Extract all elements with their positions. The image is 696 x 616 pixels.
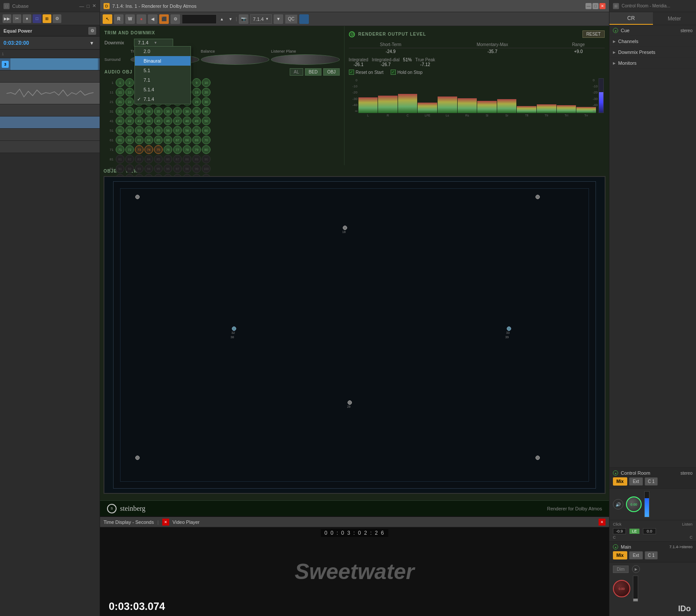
obj-circle-37[interactable]: 37 (173, 107, 182, 116)
dropdown-item-20[interactable]: 2.0 (135, 47, 191, 56)
obj-circle-81[interactable]: 81 (116, 155, 124, 163)
ov-obj-29[interactable]: 29 (348, 400, 352, 405)
main-volume-slider[interactable] (644, 491, 649, 517)
video-close-btn[interactable]: ✕ (162, 519, 169, 526)
obj-circle-73[interactable]: 73 (135, 145, 144, 154)
downmix-dropdown[interactable]: 7.1.4 ▼ 2.0 Binaural (134, 39, 173, 47)
ov-obj-33[interactable]: 33 39 (507, 326, 511, 331)
dropdown-item-71[interactable]: 7.1 (135, 75, 191, 85)
play-icon-btn[interactable]: ▶ (632, 565, 640, 573)
obj-circle-48[interactable]: 48 (183, 117, 191, 125)
obj-circle-97[interactable]: 97 (173, 164, 182, 173)
obj-circle-70[interactable]: 70 (202, 136, 211, 144)
obj-circle-60[interactable]: 60 (202, 126, 211, 135)
transport-rec[interactable]: □ (33, 14, 41, 23)
obj-circle-77[interactable]: 77 (173, 145, 182, 154)
obj-circle-57[interactable]: 57 (173, 126, 182, 135)
ov-obj-top-left[interactable] (135, 195, 140, 199)
obj-circle-63[interactable]: 63 (135, 136, 144, 144)
channels-section-header[interactable]: ▶ Channels (613, 39, 693, 44)
tb-blue[interactable] (299, 14, 309, 24)
left-win-close[interactable]: ✕ (92, 3, 96, 9)
obj-circle-45[interactable]: 45 (154, 117, 163, 125)
cr-ext-btn[interactable]: Ext (629, 477, 643, 486)
obj-circle-82[interactable]: 82 (125, 155, 134, 163)
obj-circle-86[interactable]: 86 (164, 155, 172, 163)
listen-badge[interactable]: LE (629, 529, 639, 534)
tb-w[interactable]: W (125, 14, 135, 24)
scroll-down-arrow[interactable]: ▼ (87, 39, 96, 47)
ov-obj-bl[interactable] (135, 456, 140, 460)
obj-circle-42[interactable]: 42 (125, 117, 134, 125)
plugin-min-btn[interactable]: — (586, 3, 592, 9)
plugin-max-btn[interactable]: □ (592, 3, 599, 9)
left-win-max[interactable]: □ (87, 3, 90, 9)
obj-circle-9[interactable]: 9 (192, 78, 201, 87)
obj-circle-32[interactable]: 32 (125, 107, 134, 116)
obj-circle-95[interactable]: 95 (154, 164, 163, 173)
tb-camera[interactable]: 📷 (239, 14, 248, 24)
transport-grid[interactable]: ⊞ (43, 14, 51, 23)
loudness-icon[interactable]: 🔊 (613, 499, 623, 509)
obj-circle-52[interactable]: 52 (125, 126, 134, 135)
dropdown-item-514[interactable]: 5.1.4 (135, 85, 191, 94)
obj-circle-66[interactable]: 66 (164, 136, 172, 144)
obj-circle-44[interactable]: 44 (144, 117, 153, 125)
obj-circle-21[interactable]: 21 (116, 97, 124, 106)
main-red-knob[interactable]: 0.00 (613, 580, 630, 597)
main-ext-btn[interactable]: Ext (629, 551, 643, 559)
main-volume-knob[interactable]: 0.00 (626, 496, 642, 512)
obj-circle-62[interactable]: 62 (125, 136, 134, 144)
ao-tab-al[interactable]: AL (290, 68, 303, 76)
ov-obj-top-right[interactable] (535, 195, 540, 199)
obj-circle-78[interactable]: 78 (183, 145, 191, 154)
tb-extra[interactable]: ▼ (274, 14, 283, 24)
version-dropdown[interactable]: 7.1.4 ▼ (250, 14, 272, 24)
listener-knob[interactable] (271, 54, 340, 65)
tb-cursor[interactable]: ↖ (103, 14, 112, 24)
obj-circle-20[interactable]: 20 (202, 88, 211, 97)
obj-circle-11[interactable]: 11 (116, 88, 124, 97)
tab-cr[interactable]: CR (609, 12, 653, 25)
obj-circle-40[interactable]: 40 (202, 107, 211, 116)
obj-circle-34[interactable]: 34 (144, 107, 153, 116)
obj-circle-36[interactable]: 36 (164, 107, 172, 116)
dropdown-item-51[interactable]: 5.1 (135, 66, 191, 75)
obj-circle-33[interactable]: 33 (135, 107, 144, 116)
ov-obj-18[interactable]: 18 (343, 226, 347, 230)
obj-circle-29[interactable]: 29 (192, 97, 201, 106)
transport-marker[interactable]: ♦ (23, 14, 31, 23)
dim-btn[interactable]: Dim (613, 566, 629, 573)
obj-circle-90[interactable]: 90 (202, 155, 211, 163)
obj-circle-93[interactable]: 93 (135, 164, 144, 173)
obj-circle-56[interactable]: 56 (164, 126, 172, 135)
obj-circle-30[interactable]: 30 (202, 97, 211, 106)
obj-circle-83[interactable]: 83 (135, 155, 144, 163)
dropdown-item-714[interactable]: ✓ 7.1.4 (135, 94, 191, 104)
obj-circle-47[interactable]: 47 (173, 117, 182, 125)
obj-circle-98[interactable]: 98 (183, 164, 191, 173)
obj-circle-84[interactable]: 84 (144, 155, 153, 163)
plugin-close-btn[interactable]: ✕ (599, 3, 606, 9)
obj-circle-94[interactable]: 94 (144, 164, 153, 173)
obj-circle-43[interactable]: 43 (135, 117, 144, 125)
obj-circle-74[interactable]: 74 (144, 145, 153, 154)
obj-circle-67[interactable]: 67 (173, 136, 182, 144)
tb-down[interactable]: ▼ (227, 14, 234, 24)
main-mix-btn[interactable]: Mix (613, 551, 627, 559)
obj-circle-46[interactable]: 46 (164, 117, 172, 125)
obj-circle-10[interactable]: 10 (202, 78, 211, 87)
cue-section-header[interactable]: ● Cue stereo (613, 28, 693, 33)
obj-circle-54[interactable]: 54 (144, 126, 153, 135)
transport-settings[interactable]: ⚙ (53, 14, 61, 23)
ov-obj-32[interactable]: 32 38 (232, 326, 236, 331)
dropdown-item-binaural[interactable]: Binaural (135, 56, 191, 66)
reset-btn[interactable]: RESET (582, 30, 605, 38)
obj-circle-79[interactable]: 79 (192, 145, 201, 154)
obj-circle-85[interactable]: 85 (154, 155, 163, 163)
ao-tab-obj[interactable]: OBJ (323, 68, 339, 76)
reset-on-start-cb[interactable]: ✓ Reset on Start (349, 70, 384, 75)
main-c1-btn[interactable]: C 1 (645, 551, 658, 559)
obj-circle-41[interactable]: 41 (116, 117, 124, 125)
obj-circle-89[interactable]: 89 (192, 155, 201, 163)
